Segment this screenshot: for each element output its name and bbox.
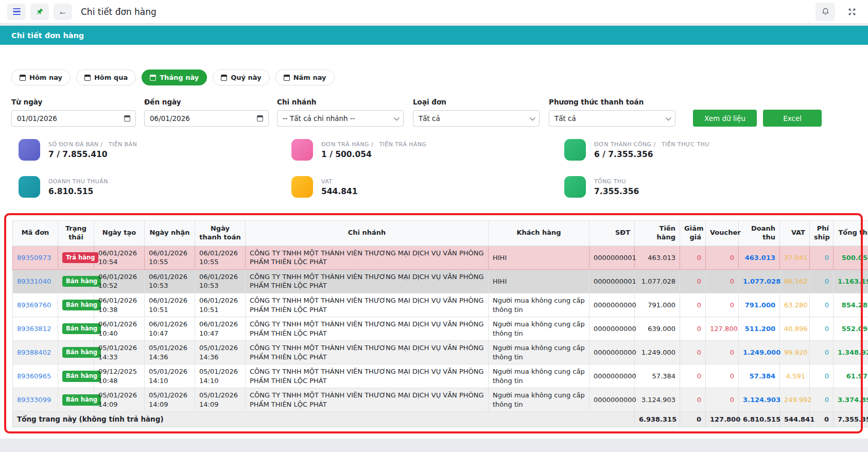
cell-voucher: 0 xyxy=(706,341,739,364)
calendar-icon xyxy=(124,115,130,121)
paid-date: 05/01/2026 xyxy=(199,391,241,400)
column-header-voucher: Voucher xyxy=(706,221,739,246)
cell-branch: CÔNG TY TNHH MỘT THÀNH VIÊN THƯƠNG MẠI D… xyxy=(246,269,489,293)
cell-phone: 0000000000 xyxy=(589,317,635,341)
status-badge: Bán hàng xyxy=(62,347,101,358)
payment-method-group: Phương thức thanh toán Tất cả xyxy=(549,98,675,127)
cell-subtotal: 3.124.903 xyxy=(635,388,680,412)
quick-filter-button[interactable]: Tháng này xyxy=(142,69,207,85)
received-date: 05/01/2026 xyxy=(149,367,190,376)
stat-text: ĐƠN TRẢ HÀNG / TIỀN TRẢ HÀNG1 / 500.054 xyxy=(321,141,427,159)
stat-card: VAT544.841 xyxy=(291,176,564,198)
cell-status: Bán hàng xyxy=(58,317,94,341)
quick-filter-group: Hôm nayHôm quaTháng nàyQuý nàyNăm nay xyxy=(0,45,868,85)
paid-time: 10:51 xyxy=(199,305,241,315)
received-date: 05/01/2026 xyxy=(149,343,190,353)
cell-ship: 0 xyxy=(810,246,834,269)
fullscreen-button[interactable] xyxy=(844,4,860,20)
paid-time: 14:10 xyxy=(199,376,241,386)
cell-subtotal: 1.249.000 xyxy=(635,341,680,364)
column-header-revenue: Doanh thu xyxy=(739,221,780,246)
table-row: 89369760Bán hàng06/01/202610:3806/01/202… xyxy=(13,293,868,317)
order-id-link[interactable]: 89360965 xyxy=(17,372,51,380)
order-id-link[interactable]: 89350973 xyxy=(17,254,51,262)
pin-icon xyxy=(36,8,44,15)
received-time: 14:36 xyxy=(149,353,190,362)
stat-value: 1 / 500.054 xyxy=(321,150,427,159)
back-button[interactable]: ← xyxy=(54,4,72,20)
status-badge: Trả hàng xyxy=(62,252,98,264)
stat-card: ĐƠN TRẢ HÀNG / TIỀN TRẢ HÀNG1 / 500.054 xyxy=(291,139,564,161)
table-row: 89331040Bán hàng06/01/202610:5206/01/202… xyxy=(13,269,868,293)
order-id-link[interactable]: 89388402 xyxy=(17,349,51,356)
created-time: 10:40 xyxy=(98,329,140,338)
cell-subtotal: 57.384 xyxy=(635,364,680,388)
cell-created: 06/01/202610:40 xyxy=(94,317,145,341)
order-id-link[interactable]: 89333099 xyxy=(17,396,51,404)
cell-order-id: 89360965 xyxy=(13,364,58,388)
pin-button[interactable] xyxy=(30,4,49,20)
branch-label: Chi nhánh xyxy=(277,98,404,106)
stat-text: VAT544.841 xyxy=(321,178,358,196)
cell-total: 1.348.920 xyxy=(834,341,868,364)
excel-export-button[interactable]: Excel xyxy=(763,110,822,127)
cell-ship: 0 xyxy=(810,341,834,364)
cell-discount: 0 xyxy=(680,246,706,269)
cell-status: Bán hàng xyxy=(58,269,94,293)
cell-ship: 0 xyxy=(810,388,834,412)
received-time: 10:53 xyxy=(149,281,190,290)
cell-total: 61.975 xyxy=(834,364,868,388)
cell-subtotal: 1.077.028 xyxy=(635,269,680,293)
cell-customer: Người mua không cung cấp thông tin xyxy=(489,317,589,341)
calendar-icon xyxy=(257,115,263,121)
order-type-select[interactable]: Tất cả xyxy=(413,110,540,127)
cell-total: 1.163.190 xyxy=(834,269,868,293)
cell-voucher: 0 xyxy=(706,293,739,317)
created-date: 06/01/2026 xyxy=(98,320,140,329)
cell-branch: CÔNG TY TNHH MỘT THÀNH VIÊN THƯƠNG MẠI D… xyxy=(246,341,489,364)
to-date-input[interactable]: 06/01/2026 xyxy=(144,110,269,127)
quick-filter-button[interactable]: Quý này xyxy=(213,69,269,85)
created-date: 09/12/2025 xyxy=(98,367,140,376)
from-date-input[interactable]: 01/01/2026 xyxy=(11,110,136,127)
cell-voucher: 127.800 xyxy=(706,317,739,341)
cell-created: 09/12/202510:48 xyxy=(94,364,145,388)
from-date-label: Từ ngày xyxy=(11,98,136,106)
menu-button[interactable] xyxy=(7,4,26,20)
cell-voucher: 0 xyxy=(706,246,739,269)
cell-revenue: 511.200 xyxy=(739,317,780,341)
quick-filter-button[interactable]: Hôm qua xyxy=(76,69,136,85)
topbar: ← Chi tiết đơn hàng xyxy=(0,0,868,24)
footer-vat: 544.841 xyxy=(780,412,810,427)
cell-paid: 05/01/202614:09 xyxy=(195,388,246,412)
cell-revenue: 791.000 xyxy=(739,293,780,317)
cell-ship: 0 xyxy=(810,269,834,293)
cell-branch: CÔNG TY TNHH MỘT THÀNH VIÊN THƯƠNG MẠI D… xyxy=(246,293,489,317)
payment-method-label: Phương thức thanh toán xyxy=(549,98,675,106)
cell-branch: CÔNG TY TNHH MỘT THÀNH VIÊN THƯƠNG MẠI D… xyxy=(246,317,489,341)
created-date: 06/01/2026 xyxy=(98,296,140,305)
cell-subtotal: 639.000 xyxy=(635,317,680,341)
table-row: 89350973Trả hàng06/01/202610:5406/01/202… xyxy=(13,246,868,269)
cell-customer: Người mua không cung cấp thông tin xyxy=(489,293,589,317)
order-id-link[interactable]: 89363812 xyxy=(17,325,51,333)
order-id-link[interactable]: 89369760 xyxy=(17,301,51,309)
stats-grid: SỐ ĐƠN ĐÃ BÁN / TIỀN BÁN7 / 7.855.410ĐƠN… xyxy=(0,127,868,198)
cell-branch: CÔNG TY TNHH MỘT THÀNH VIÊN THƯƠNG MẠI D… xyxy=(246,364,489,388)
notifications-button[interactable] xyxy=(815,3,835,21)
view-data-button[interactable]: Xem dữ liệu xyxy=(693,110,757,127)
stat-icon xyxy=(291,176,313,198)
order-id-link[interactable]: 89331040 xyxy=(17,277,51,285)
status-badge: Bán hàng xyxy=(62,300,101,311)
paid-time: 10:53 xyxy=(199,281,241,290)
quick-filter-button[interactable]: Hôm nay xyxy=(11,69,71,85)
stat-text: DOANH THU THUẦN6.810.515 xyxy=(48,178,108,196)
payment-method-select[interactable]: Tất cả xyxy=(549,110,675,127)
cell-status: Bán hàng xyxy=(58,341,94,364)
branch-select[interactable]: -- Tất cả chi nhánh -- xyxy=(277,110,404,127)
cell-status: Bán hàng xyxy=(58,293,94,317)
received-time: 10:47 xyxy=(149,329,190,338)
stat-label: VAT xyxy=(321,178,358,185)
cell-subtotal: 791.000 xyxy=(635,293,680,317)
quick-filter-button[interactable]: Năm nay xyxy=(275,69,335,85)
